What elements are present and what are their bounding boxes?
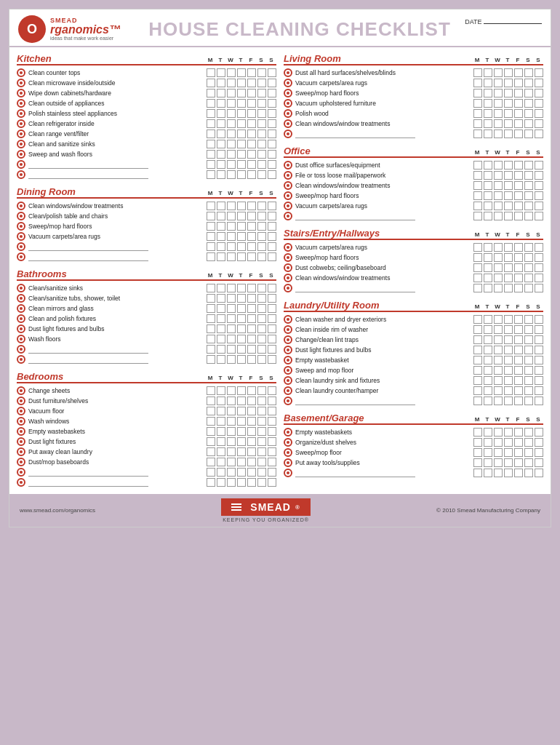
blank-underline bbox=[28, 160, 148, 169]
logo-area: O SMEAD rganomics™ ideas that make work … bbox=[18, 15, 135, 43]
blank-underline bbox=[28, 345, 148, 354]
task-text: Wash windows bbox=[28, 418, 204, 425]
task-boxes bbox=[473, 448, 543, 457]
task-row: Put away clean laundry bbox=[17, 447, 276, 456]
task-icon bbox=[17, 109, 25, 118]
task-icon bbox=[17, 130, 25, 138]
blank-underline bbox=[295, 130, 415, 138]
logo-text-block: SMEAD rganomics™ ideas that make work ea… bbox=[50, 17, 121, 41]
blank-boxes bbox=[207, 468, 276, 477]
blank-boxes bbox=[207, 478, 276, 487]
task-text: Clean microwave inside/outside bbox=[28, 79, 204, 87]
task-row: Dust light fixtures and bulbs bbox=[17, 324, 276, 333]
task-boxes bbox=[473, 243, 543, 252]
task-icon bbox=[284, 448, 292, 457]
task-text: Clean windows/window treatments bbox=[295, 274, 471, 282]
blank-icon bbox=[17, 242, 25, 251]
task-boxes bbox=[207, 119, 276, 128]
section-stairs: Stairs/Entry/Hallways MTWTFSS Vacuum car… bbox=[284, 228, 543, 294]
task-text: Dust office surfaces/equipment bbox=[295, 162, 471, 169]
task-icon bbox=[17, 284, 25, 292]
blank-line bbox=[17, 242, 276, 251]
blank-boxes bbox=[207, 170, 276, 179]
task-row: Dust/mop baseboards bbox=[17, 458, 276, 466]
task-row: Sweep/mop hard floors bbox=[284, 253, 543, 262]
task-boxes bbox=[473, 191, 543, 200]
task-row: Vacuum carpets/area rugs bbox=[17, 232, 276, 241]
task-icon bbox=[284, 335, 292, 344]
task-row: Vacuum upholstered furniture bbox=[284, 99, 543, 108]
task-boxes bbox=[207, 427, 276, 436]
blank-icon bbox=[284, 212, 292, 220]
dining-title: Dining Room bbox=[17, 186, 76, 197]
task-icon bbox=[284, 366, 292, 375]
section-laundry: Laundry/Utility Room MTWTFSS Clean washe… bbox=[284, 300, 543, 407]
blank-boxes bbox=[207, 355, 276, 364]
bedrooms-header: Bedrooms MTWTFSS bbox=[17, 371, 276, 383]
task-icon bbox=[17, 417, 25, 426]
basement-days: MTWTFSS bbox=[473, 416, 543, 423]
task-icon bbox=[17, 99, 25, 108]
bedrooms-title: Bedrooms bbox=[17, 371, 63, 382]
stairs-days: MTWTFSS bbox=[473, 231, 543, 238]
task-boxes bbox=[207, 109, 276, 118]
blank-underline bbox=[295, 397, 415, 405]
task-boxes bbox=[207, 294, 276, 303]
task-icon bbox=[17, 232, 25, 241]
task-row: Sweep/mop floor bbox=[284, 448, 543, 457]
task-text: Dust all hard surfaces/shelves/blinds bbox=[295, 69, 471, 76]
office-header: Office MTWTFSS bbox=[284, 146, 543, 158]
task-icon bbox=[284, 386, 292, 395]
bathrooms-title: Bathrooms bbox=[17, 268, 67, 279]
task-row: Dust cobwebs; ceiling/baseboard bbox=[284, 263, 543, 272]
task-boxes bbox=[207, 232, 276, 241]
task-boxes bbox=[207, 304, 276, 313]
task-boxes bbox=[473, 346, 543, 354]
blank-line bbox=[17, 468, 276, 477]
task-boxes bbox=[207, 324, 276, 333]
task-row: Sweep/mop hard floors bbox=[284, 89, 543, 97]
task-text: Clean windows/window treatments bbox=[28, 202, 204, 210]
task-icon bbox=[284, 161, 292, 170]
task-icon bbox=[284, 458, 292, 467]
task-icon bbox=[284, 243, 292, 252]
task-boxes bbox=[473, 119, 543, 128]
task-boxes bbox=[207, 284, 276, 292]
blank-boxes bbox=[473, 212, 543, 220]
task-row: Put away tools/supplies bbox=[284, 458, 543, 467]
task-row: Clean/sanitize tubs, shower, toilet bbox=[17, 294, 276, 303]
task-boxes bbox=[207, 150, 276, 159]
task-icon bbox=[17, 427, 25, 436]
task-row: Clean and sanitize sinks bbox=[17, 140, 276, 148]
blank-line bbox=[284, 397, 543, 405]
stairs-title: Stairs/Entry/Hallways bbox=[284, 228, 380, 239]
living-room-header: Living Room MTWTFSS bbox=[284, 53, 543, 65]
task-icon bbox=[17, 386, 25, 395]
task-boxes bbox=[207, 314, 276, 323]
task-row: Sweep and mop floor bbox=[284, 366, 543, 375]
blank-icon bbox=[284, 469, 292, 477]
task-icon bbox=[284, 191, 292, 200]
blank-line bbox=[17, 345, 276, 354]
office-days: MTWTFSS bbox=[473, 149, 543, 156]
task-row: Dust all hard surfaces/shelves/blinds bbox=[284, 68, 543, 77]
task-boxes bbox=[473, 263, 543, 272]
section-bathrooms: Bathrooms MTWTFSS Clean/sanitize sinks C… bbox=[17, 268, 276, 365]
task-row: Clean range vent/filter bbox=[17, 130, 276, 138]
task-icon bbox=[284, 428, 292, 437]
task-icon bbox=[17, 150, 25, 159]
three-lines-icon bbox=[231, 503, 241, 511]
task-text: Vacuum floor bbox=[28, 407, 204, 415]
task-icon bbox=[17, 202, 25, 210]
task-icon bbox=[17, 458, 25, 466]
task-text: Clean washer and dryer exteriors bbox=[295, 316, 471, 323]
task-boxes bbox=[207, 79, 276, 87]
date-label: DATE bbox=[465, 18, 481, 25]
task-text: Clean laundry sink and fixtures bbox=[295, 377, 471, 384]
task-row: Clean counter tops bbox=[17, 68, 276, 77]
task-row: Dust light fixtures bbox=[17, 437, 276, 446]
task-row: Clean laundry counter/hamper bbox=[284, 386, 543, 395]
task-text: Clean and sanitize sinks bbox=[28, 140, 204, 148]
task-text: Vacuum carpets/area rugs bbox=[295, 202, 471, 210]
task-row: Clean and polish fixtures bbox=[17, 314, 276, 323]
